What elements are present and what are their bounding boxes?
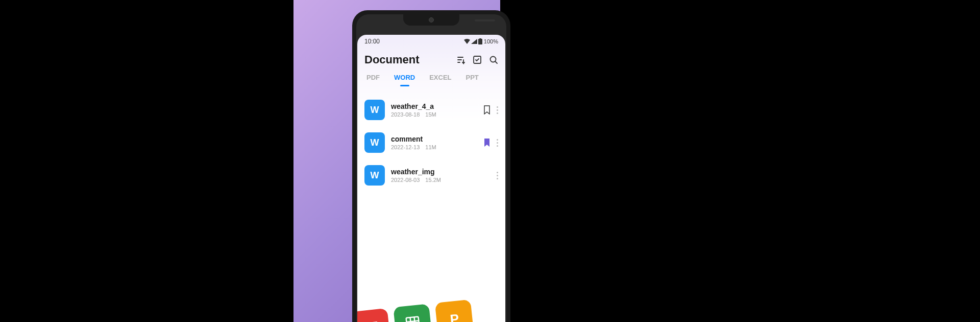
front-camera	[429, 17, 434, 22]
app-tiles-row: W P	[357, 300, 474, 322]
battery-percent: 100%	[484, 38, 498, 44]
app-header: Document	[357, 48, 505, 70]
tab-excel[interactable]: EXCEL	[429, 74, 451, 86]
file-meta: 2022-08-03 15.2M	[391, 177, 491, 183]
svg-rect-0	[478, 39, 482, 44]
file-list: W weather_4_a 2023-08-18 15M W	[357, 86, 505, 192]
file-info: weather_4_a 2023-08-18 15M	[391, 102, 477, 118]
word-file-icon: W	[364, 132, 385, 153]
file-item[interactable]: W comment 2022-12-13 11M	[364, 126, 498, 159]
header-actions	[456, 55, 498, 64]
word-file-icon: W	[364, 165, 385, 186]
wifi-icon	[464, 39, 470, 44]
file-meta: 2023-08-18 15M	[391, 111, 477, 118]
file-actions	[483, 138, 498, 147]
file-name: weather_4_a	[391, 102, 477, 110]
phone-inner: 10:00 100% Document PDF WORD	[356, 14, 506, 322]
file-name: weather_img	[391, 168, 491, 176]
file-size: 15M	[425, 111, 436, 118]
more-icon[interactable]	[497, 172, 498, 179]
sort-icon[interactable]	[456, 55, 465, 64]
file-actions	[483, 105, 498, 114]
file-info: weather_img 2022-08-03 15.2M	[391, 168, 491, 183]
more-icon[interactable]	[497, 139, 498, 147]
file-actions	[497, 172, 498, 179]
phone-screen: 10:00 100% Document PDF WORD	[357, 35, 505, 322]
status-time: 10:00	[364, 38, 380, 45]
speaker-grill	[475, 19, 495, 21]
more-icon[interactable]	[497, 106, 498, 114]
file-meta: 2022-12-13 11M	[391, 144, 477, 150]
battery-icon	[478, 38, 482, 44]
tab-word[interactable]: WORD	[394, 74, 415, 86]
signal-icon	[471, 39, 477, 44]
file-type-tabs: PDF WORD EXCEL PPT	[357, 70, 505, 86]
file-size: 15.2M	[425, 177, 441, 183]
file-name: comment	[391, 135, 477, 143]
file-item[interactable]: W weather_4_a 2023-08-18 15M	[364, 94, 498, 126]
file-date: 2022-12-13	[391, 144, 420, 150]
phone-frame: 10:00 100% Document PDF WORD	[352, 10, 510, 322]
file-date: 2022-08-03	[391, 177, 420, 183]
status-bar: 10:00 100%	[357, 35, 505, 48]
excel-app-tile	[393, 304, 432, 322]
phone-notch	[403, 14, 459, 26]
svg-rect-1	[479, 38, 481, 39]
pdf-app-tile	[357, 308, 391, 322]
select-icon[interactable]	[473, 55, 482, 64]
file-size: 11M	[425, 144, 436, 150]
file-info: comment 2022-12-13 11M	[391, 135, 477, 150]
tab-ppt[interactable]: PPT	[466, 74, 479, 86]
file-date: 2023-08-18	[391, 111, 420, 118]
page-title: Document	[364, 53, 420, 66]
status-right: 100%	[464, 38, 498, 44]
file-item[interactable]: W weather_img 2022-08-03 15.2M	[364, 159, 498, 192]
bookmark-filled-icon[interactable]	[483, 138, 491, 147]
search-icon[interactable]	[489, 55, 498, 64]
bookmark-icon[interactable]	[483, 105, 491, 114]
word-file-icon: W	[364, 100, 385, 120]
tab-pdf[interactable]: PDF	[366, 74, 380, 86]
ppt-app-tile: P	[435, 300, 474, 322]
